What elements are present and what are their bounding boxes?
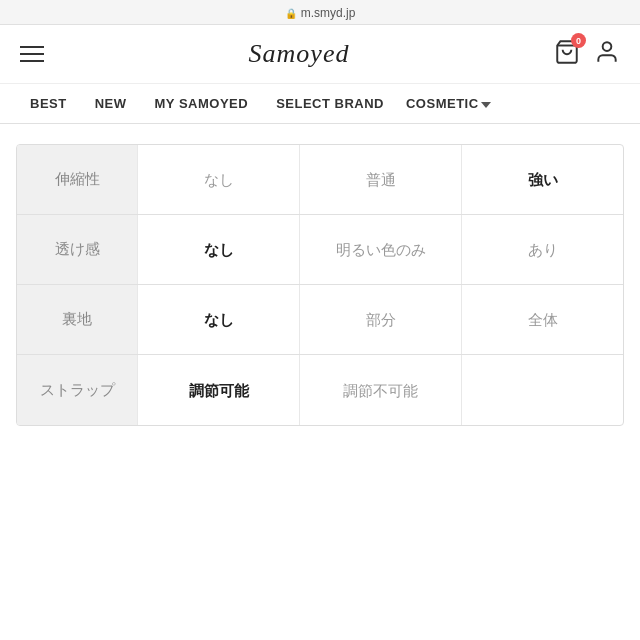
cart-badge: 0 bbox=[571, 33, 586, 48]
nav-cosmetic-label: COSMETIC bbox=[406, 96, 479, 111]
row-cell-strap-non-adjustable[interactable]: 調節不可能 bbox=[299, 355, 461, 425]
nav-more-button[interactable]: COSMETIC bbox=[398, 84, 499, 123]
nav-item-best[interactable]: BEST bbox=[16, 84, 81, 123]
row-cell-lining-full[interactable]: 全体 bbox=[461, 285, 623, 354]
table-row: 透け感 なし 明るい色のみ あり bbox=[17, 215, 623, 285]
nav-item-select-brand[interactable]: SELECT BRAND bbox=[262, 84, 398, 123]
nav-bar: BEST NEW MY SAMOYED SELECT BRAND COSMETI… bbox=[0, 84, 640, 124]
lock-icon: 🔒 bbox=[285, 8, 297, 19]
url-display: m.smyd.jp bbox=[301, 6, 356, 20]
svg-point-1 bbox=[603, 42, 612, 51]
row-cell-elasticity-none[interactable]: なし bbox=[137, 145, 299, 214]
table-row: 裏地 なし 部分 全体 bbox=[17, 285, 623, 355]
row-cell-strap-empty bbox=[461, 355, 623, 425]
row-cell-elasticity-normal[interactable]: 普通 bbox=[299, 145, 461, 214]
row-label-lining: 裏地 bbox=[17, 285, 137, 354]
table-row: 伸縮性 なし 普通 強い bbox=[17, 145, 623, 215]
nav-item-my-samoyed[interactable]: MY SAMOYED bbox=[141, 84, 263, 123]
row-cell-elasticity-strong[interactable]: 強い bbox=[461, 145, 623, 214]
row-cell-sheer-none[interactable]: なし bbox=[137, 215, 299, 284]
chevron-down-icon bbox=[481, 102, 491, 108]
row-label-elasticity: 伸縮性 bbox=[17, 145, 137, 214]
nav-item-new[interactable]: NEW bbox=[81, 84, 141, 123]
menu-button[interactable] bbox=[20, 46, 44, 62]
row-label-strap: ストラップ bbox=[17, 355, 137, 425]
user-icon bbox=[594, 39, 620, 65]
row-cell-lining-none[interactable]: なし bbox=[137, 285, 299, 354]
header: Samoyed 0 bbox=[0, 25, 640, 84]
status-bar: 🔒 m.smyd.jp bbox=[0, 0, 640, 25]
row-cell-sheer-yes[interactable]: あり bbox=[461, 215, 623, 284]
header-icons: 0 bbox=[554, 39, 620, 69]
row-cell-lining-partial[interactable]: 部分 bbox=[299, 285, 461, 354]
row-label-sheer: 透け感 bbox=[17, 215, 137, 284]
cart-button[interactable]: 0 bbox=[554, 39, 580, 69]
table-row: ストラップ 調節可能 調節不可能 bbox=[17, 355, 623, 425]
logo: Samoyed bbox=[249, 39, 350, 69]
row-cell-sheer-light[interactable]: 明るい色のみ bbox=[299, 215, 461, 284]
product-detail-table: 伸縮性 なし 普通 強い 透け感 なし 明るい色のみ あり 裏地 なし 部分 全… bbox=[16, 144, 624, 426]
row-cell-strap-adjustable[interactable]: 調節可能 bbox=[137, 355, 299, 425]
user-button[interactable] bbox=[594, 39, 620, 69]
